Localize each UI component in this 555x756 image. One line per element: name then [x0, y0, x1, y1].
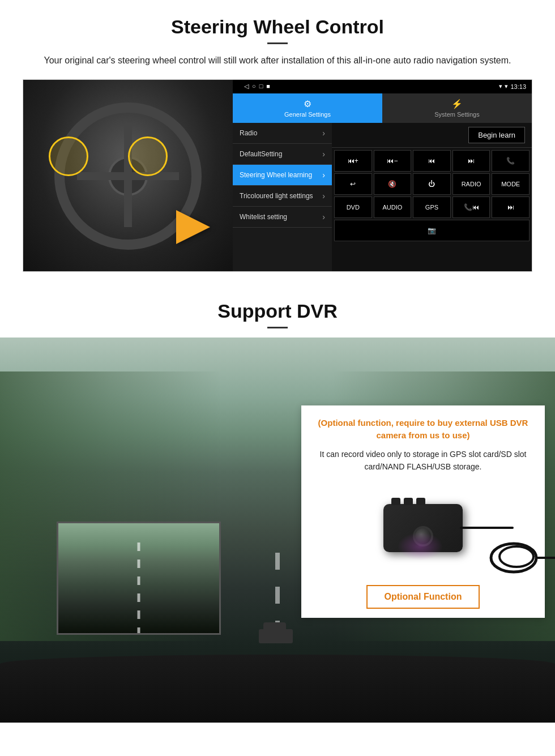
ctrl-radio[interactable]: RADIO	[452, 173, 490, 195]
ctrl-gps[interactable]: GPS	[413, 197, 451, 218]
controls-grid: ⏮+ ⏮− ⏮ ⏭ 📞 ↩ 🔇 ⏻ RADIO MODE	[332, 148, 532, 271]
steering-subtitle: Your original car's steering wheel contr…	[34, 53, 521, 68]
menu-item-tricoloured[interactable]: Tricoloured light settings ›	[233, 186, 332, 207]
tab-system-settings[interactable]: ⚡ System Settings	[382, 93, 532, 123]
menu-default-label: DefaultSetting	[240, 150, 282, 158]
ctrl-next-2[interactable]: ⏭	[492, 197, 530, 218]
dvr-divider	[267, 327, 288, 328]
menu-item-radio[interactable]: Radio ›	[233, 123, 332, 144]
menu-icon: ■	[266, 83, 270, 90]
dvr-section: Support DVR (Optional function, require …	[0, 272, 555, 723]
chevron-icon-4: ›	[322, 191, 325, 200]
android-ui-panel: ◁ ○ □ ■ ▾ ▾ 13:13 ⚙ General Settings ⚡ S…	[233, 80, 532, 271]
ctrl-row-2: ↩ 🔇 ⏻ RADIO MODE	[334, 173, 530, 195]
ctrl-extra[interactable]: 📷	[334, 220, 530, 241]
tab-general-label: General Settings	[284, 111, 331, 118]
ctrl-back[interactable]: ↩	[334, 173, 372, 195]
steering-title: Steering Wheel Control	[23, 16, 532, 38]
title-divider	[267, 42, 288, 44]
highlight-circle-left	[49, 136, 88, 176]
optional-function-button[interactable]: Optional Function	[366, 585, 480, 609]
dashboard-bottom	[0, 655, 555, 723]
ctrl-next[interactable]: ⏭	[452, 150, 490, 172]
tab-general-settings[interactable]: ⚙ General Settings	[233, 93, 382, 123]
dvr-inset-view	[57, 522, 221, 635]
ctrl-prev[interactable]: ⏮	[413, 150, 451, 172]
dvr-info-card: (Optional function, require to buy exter…	[301, 405, 545, 618]
ctrl-dvd[interactable]: DVD	[334, 197, 372, 218]
dvr-background-area: (Optional function, require to buy exter…	[0, 338, 555, 723]
dvr-inset-lane	[138, 543, 140, 633]
steering-section: Steering Wheel Control Your original car…	[0, 0, 555, 272]
chevron-icon-5: ›	[322, 212, 325, 221]
dvr-camera-illustration: USB	[314, 481, 532, 577]
ctrl-phone[interactable]: 📞	[492, 150, 530, 172]
android-tabs-row: ⚙ General Settings ⚡ System Settings	[233, 93, 532, 123]
ctrl-row-1: ⏮+ ⏮− ⏮ ⏭ 📞	[334, 150, 530, 172]
dvr-inset-road	[58, 523, 219, 633]
steering-wheel-photo	[23, 80, 233, 272]
android-body: Radio › DefaultSetting › Steering Wheel …	[233, 123, 532, 271]
wifi-icon: ▾	[499, 83, 502, 90]
menu-radio-label: Radio	[240, 129, 257, 137]
statusbar-nav-icons: ◁ ○ □ ■	[244, 83, 270, 90]
menu-item-default[interactable]: DefaultSetting ›	[233, 144, 332, 165]
back-icon: ◁	[244, 83, 249, 90]
gear-icon: ⚙	[304, 99, 311, 109]
highlight-circle-right	[128, 136, 168, 176]
menu-whitelist-label: Whitelist setting	[240, 213, 287, 221]
tab-system-label: System Settings	[434, 111, 479, 118]
recent-icon: □	[259, 83, 263, 90]
ctrl-power[interactable]: ⏻	[413, 173, 451, 195]
status-time: 13:13	[510, 83, 526, 90]
chevron-icon-2: ›	[322, 150, 325, 159]
wheel-background	[23, 80, 233, 272]
arrow-indicator	[176, 210, 221, 244]
ctrl-row-3: DVD AUDIO GPS 📞⏮ ⏭	[334, 197, 530, 218]
signal-icon: ▾	[505, 83, 508, 90]
arrow-shape	[176, 210, 210, 244]
chevron-icon: ›	[322, 129, 325, 138]
chevron-icon-3: ›	[322, 170, 325, 180]
ctrl-audio[interactable]: AUDIO	[374, 197, 412, 218]
ctrl-row-4: 📷	[334, 220, 530, 241]
car-silhouette	[259, 629, 293, 643]
android-menu: Radio › DefaultSetting › Steering Wheel …	[233, 123, 332, 271]
ctrl-mode[interactable]: MODE	[492, 173, 530, 195]
system-icon: ⚡	[451, 99, 463, 109]
begin-learn-button[interactable]: Begin learn	[468, 127, 525, 143]
android-controls-panel: Begin learn ⏮+ ⏮− ⏮ ⏭ 📞 ↩	[332, 123, 532, 271]
menu-item-steering[interactable]: Steering Wheel learning ›	[233, 165, 332, 186]
menu-item-whitelist[interactable]: Whitelist setting ›	[233, 207, 332, 228]
home-icon: ○	[252, 83, 256, 90]
svg-point-1	[500, 546, 533, 567]
dvr-description: It can record video only to storage in G…	[314, 448, 532, 473]
ctrl-mute[interactable]: 🔇	[374, 173, 412, 195]
ctrl-phone-prev[interactable]: 📞⏮	[452, 197, 490, 218]
android-statusbar: ◁ ○ □ ■ ▾ ▾ 13:13	[233, 80, 532, 93]
dvr-title: Support DVR	[0, 294, 555, 322]
controls-top-bar: Begin learn	[332, 123, 532, 148]
dvr-title-block: Support DVR	[0, 289, 555, 328]
steering-content-area: ◁ ○ □ ■ ▾ ▾ 13:13 ⚙ General Settings ⚡ S…	[23, 79, 532, 272]
cable-coil-svg	[485, 535, 555, 580]
dvr-optional-notice: (Optional function, require to buy exter…	[314, 417, 532, 442]
menu-steering-label: Steering Wheel learning	[240, 171, 312, 179]
ctrl-vol-up[interactable]: ⏮+	[334, 150, 372, 172]
menu-tricoloured-label: Tricoloured light settings	[240, 192, 313, 200]
wheel-spoke-v	[124, 125, 132, 227]
ctrl-vol-down[interactable]: ⏮−	[374, 150, 412, 172]
